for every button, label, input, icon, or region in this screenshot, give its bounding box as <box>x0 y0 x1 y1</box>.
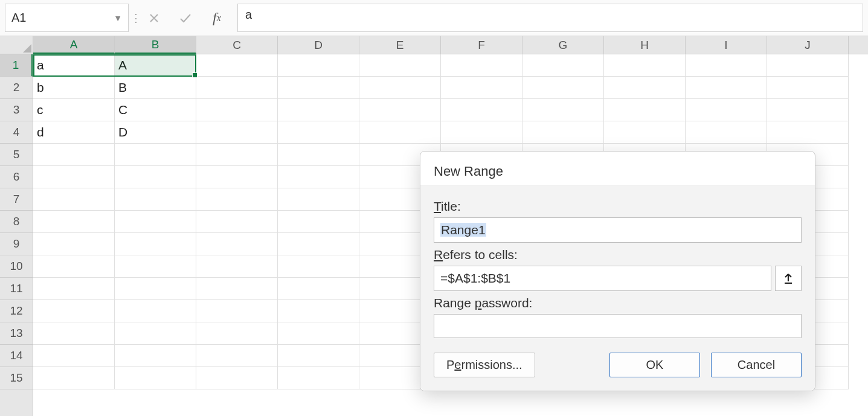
cell-C3[interactable] <box>196 99 278 121</box>
cell-D11[interactable] <box>278 278 359 300</box>
cell-C12[interactable] <box>196 300 278 322</box>
cell-B1[interactable]: A <box>115 54 196 77</box>
cell-D15[interactable] <box>278 367 359 389</box>
row-header-12[interactable]: 12 <box>0 300 33 322</box>
cell-H4[interactable] <box>604 121 686 144</box>
row-header-6[interactable]: 6 <box>0 166 33 188</box>
cell-C13[interactable] <box>196 322 278 345</box>
cell-C7[interactable] <box>196 188 278 211</box>
title-input[interactable]: Range1 <box>434 217 802 243</box>
cell-C15[interactable] <box>196 367 278 389</box>
cell-B4[interactable]: D <box>115 121 196 144</box>
cell-C6[interactable] <box>196 166 278 188</box>
chevron-down-icon[interactable]: ▼ <box>114 13 122 23</box>
cell-A3[interactable]: c <box>33 99 115 121</box>
cell-A8[interactable] <box>33 211 115 233</box>
cell-B7[interactable] <box>115 188 196 211</box>
cell-A9[interactable] <box>33 233 115 255</box>
cell-D4[interactable] <box>278 121 359 144</box>
formula-input[interactable]: a <box>237 4 863 32</box>
col-header-H[interactable]: H <box>604 36 686 54</box>
cell-B10[interactable] <box>115 255 196 278</box>
cell-A12[interactable] <box>33 300 115 322</box>
cell-F2[interactable] <box>441 77 522 99</box>
cell-A4[interactable]: d <box>33 121 115 144</box>
cell-A11[interactable] <box>33 278 115 300</box>
cell-D14[interactable] <box>278 345 359 367</box>
cell-D9[interactable] <box>278 233 359 255</box>
cell-A14[interactable] <box>33 345 115 367</box>
cell-E1[interactable] <box>359 54 441 77</box>
cell-B9[interactable] <box>115 233 196 255</box>
cell-A5[interactable] <box>33 144 115 166</box>
cell-C8[interactable] <box>196 211 278 233</box>
row-header-15[interactable]: 15 <box>0 367 33 389</box>
cell-B3[interactable]: C <box>115 99 196 121</box>
cell-A15[interactable] <box>33 367 115 389</box>
cell-B14[interactable] <box>115 345 196 367</box>
accept-formula-icon[interactable] <box>170 0 201 36</box>
cell-A7[interactable] <box>33 188 115 211</box>
fx-icon[interactable]: fx <box>201 0 233 36</box>
cell-C11[interactable] <box>196 278 278 300</box>
col-header-I[interactable]: I <box>686 36 767 54</box>
cell-C5[interactable] <box>196 144 278 166</box>
col-header-J[interactable]: J <box>767 36 849 54</box>
row-header-13[interactable]: 13 <box>0 322 33 345</box>
ok-button[interactable]: OK <box>609 353 700 377</box>
cell-G3[interactable] <box>522 99 604 121</box>
cell-D10[interactable] <box>278 255 359 278</box>
cell-J3[interactable] <box>767 99 849 121</box>
cancel-formula-icon[interactable] <box>138 0 170 36</box>
name-box[interactable]: A1 ▼ <box>5 4 129 32</box>
cell-C9[interactable] <box>196 233 278 255</box>
cancel-button[interactable]: Cancel <box>711 353 802 377</box>
cell-A1[interactable]: a <box>33 54 115 77</box>
row-header-11[interactable]: 11 <box>0 278 33 300</box>
cell-D12[interactable] <box>278 300 359 322</box>
cell-C10[interactable] <box>196 255 278 278</box>
cell-D2[interactable] <box>278 77 359 99</box>
cell-A6[interactable] <box>33 166 115 188</box>
collapse-dialog-icon[interactable] <box>775 266 802 291</box>
cell-D3[interactable] <box>278 99 359 121</box>
cell-D8[interactable] <box>278 211 359 233</box>
cell-D13[interactable] <box>278 322 359 345</box>
cell-E2[interactable] <box>359 77 441 99</box>
permissions-button[interactable]: Permissions... <box>434 353 535 377</box>
cell-I4[interactable] <box>686 121 767 144</box>
cell-G4[interactable] <box>522 121 604 144</box>
cell-B6[interactable] <box>115 166 196 188</box>
col-header-E[interactable]: E <box>359 36 441 54</box>
col-header-G[interactable]: G <box>522 36 604 54</box>
row-header-9[interactable]: 9 <box>0 233 33 255</box>
cell-B11[interactable] <box>115 278 196 300</box>
row-header-3[interactable]: 3 <box>0 99 33 121</box>
cell-H3[interactable] <box>604 99 686 121</box>
row-header-2[interactable]: 2 <box>0 77 33 99</box>
row-header-1[interactable]: 1 <box>0 54 33 77</box>
cell-G1[interactable] <box>522 54 604 77</box>
cell-C4[interactable] <box>196 121 278 144</box>
cell-J1[interactable] <box>767 54 849 77</box>
cell-H2[interactable] <box>604 77 686 99</box>
cell-I3[interactable] <box>686 99 767 121</box>
cell-C2[interactable] <box>196 77 278 99</box>
cell-C14[interactable] <box>196 345 278 367</box>
cell-D1[interactable] <box>278 54 359 77</box>
cell-B12[interactable] <box>115 300 196 322</box>
row-header-7[interactable]: 7 <box>0 188 33 211</box>
cell-A13[interactable] <box>33 322 115 345</box>
cell-J4[interactable] <box>767 121 849 144</box>
cell-F3[interactable] <box>441 99 522 121</box>
cell-G2[interactable] <box>522 77 604 99</box>
row-header-4[interactable]: 4 <box>0 121 33 144</box>
cell-J2[interactable] <box>767 77 849 99</box>
col-header-C[interactable]: C <box>196 36 278 54</box>
cell-B2[interactable]: B <box>115 77 196 99</box>
row-header-10[interactable]: 10 <box>0 255 33 278</box>
cell-B13[interactable] <box>115 322 196 345</box>
cell-C1[interactable] <box>196 54 278 77</box>
cell-D6[interactable] <box>278 166 359 188</box>
cell-B8[interactable] <box>115 211 196 233</box>
